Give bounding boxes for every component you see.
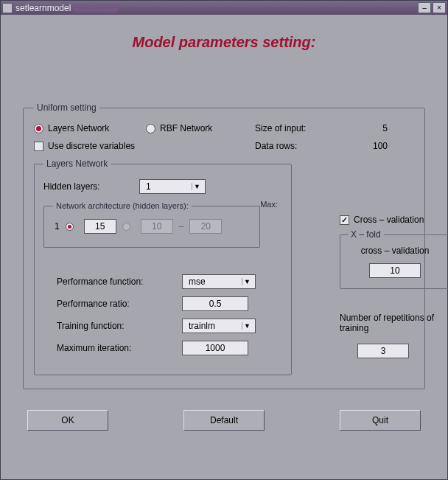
minimize-icon: – xyxy=(422,4,427,12)
content-area: Model parameters setting: Uniform settin… xyxy=(1,15,447,479)
uniform-setting-group: Uniform setting Layers Network RBF Netwo… xyxy=(23,102,425,389)
app-window: setlearnmodel – × Model parameters setti… xyxy=(0,0,448,480)
use-discrete-label: Use discrete variables xyxy=(48,141,135,151)
layers-network-label: Layers Network xyxy=(48,123,109,133)
close-button[interactable]: × xyxy=(433,2,446,13)
perf-func-value: mse xyxy=(189,276,206,287)
performance-block: Performance function: mse ▼ Performance … xyxy=(57,274,282,355)
checkbox-icon xyxy=(340,215,349,225)
arch-field-3: 20 xyxy=(189,219,222,234)
minimize-button[interactable]: – xyxy=(418,2,431,13)
cross-validation-checkbox[interactable]: Cross – validation xyxy=(340,215,448,225)
default-button[interactable]: Default xyxy=(183,410,265,431)
size-of-input-label: Size of input: xyxy=(255,123,351,133)
cross-validation-label: Cross – validation xyxy=(354,215,424,225)
repetitions-label: Number of repetitions of training xyxy=(340,313,448,333)
arch-one-label: 1 xyxy=(55,221,60,232)
max-iter-input[interactable]: 1000 xyxy=(182,341,248,355)
xfold-body-label: cross – validation xyxy=(348,246,442,256)
rbf-network-radio[interactable]: RBF Network xyxy=(146,123,240,133)
chevron-down-icon: ▼ xyxy=(242,278,252,285)
checkbox-icon xyxy=(34,142,43,151)
quit-button[interactable]: Quit xyxy=(340,410,421,431)
perf-func-select[interactable]: mse ▼ xyxy=(182,274,256,289)
rbf-network-label: RBF Network xyxy=(160,123,212,133)
hidden-layers-label: Hidden layers: xyxy=(43,181,139,192)
window-title: setlearnmodel xyxy=(15,3,71,13)
right-column: Cross – validation X – fold cross – vali… xyxy=(340,123,448,358)
train-func-label: Training function: xyxy=(57,321,182,331)
layers-network-group: Layers Network Hidden layers: 1 ▼ Networ… xyxy=(34,159,292,375)
train-func-select[interactable]: trainlm ▼ xyxy=(182,319,256,333)
arch-field-1[interactable]: 15 xyxy=(84,219,116,234)
architecture-legend: Network architecture (hidden layers): xyxy=(53,201,192,210)
use-discrete-checkbox[interactable]: Use discrete variables xyxy=(34,141,135,151)
radio-icon xyxy=(146,124,155,133)
layers-network-radio[interactable]: Layers Network xyxy=(34,123,128,133)
titlebar[interactable]: setlearnmodel – × xyxy=(1,1,447,15)
page-title: Model parameters setting: xyxy=(23,34,425,51)
uniform-legend: Uniform setting xyxy=(34,102,99,113)
xfold-input[interactable]: 10 xyxy=(369,263,421,278)
hidden-layers-select[interactable]: 1 ▼ xyxy=(139,179,206,194)
button-row: OK Default Quit xyxy=(23,410,425,431)
xfold-legend: X – fold xyxy=(348,229,384,240)
xfold-group: X – fold cross – validation 10 xyxy=(340,229,448,289)
chevron-down-icon: ▼ xyxy=(242,322,252,330)
train-func-value: trainlm xyxy=(189,321,215,331)
hidden-layers-value: 1 xyxy=(146,181,151,192)
ok-button[interactable]: OK xyxy=(27,410,108,431)
radio-icon xyxy=(34,124,43,133)
data-rows-label: Data rows: xyxy=(255,141,351,151)
close-icon: × xyxy=(437,4,441,12)
titlebar-decoration xyxy=(74,4,118,13)
arch-mode2-radio[interactable] xyxy=(122,223,130,231)
perf-func-label: Performance function: xyxy=(57,276,182,287)
layers-legend: Layers Network xyxy=(43,159,111,169)
max-iter-label: Maximum iteration: xyxy=(57,343,182,353)
app-icon xyxy=(2,3,13,13)
dash-label: – xyxy=(179,221,184,232)
chevron-down-icon: ▼ xyxy=(192,183,202,190)
architecture-group: Network architecture (hidden layers): 1 … xyxy=(43,201,260,248)
arch-field-2: 10 xyxy=(141,219,173,234)
max-label: Max: xyxy=(260,200,278,209)
arch-mode1-radio[interactable] xyxy=(66,223,74,231)
repetitions-block: Number of repetitions of training 3 xyxy=(340,313,448,358)
perf-ratio-input[interactable]: 0.5 xyxy=(182,296,248,311)
perf-ratio-label: Performance ratio: xyxy=(57,299,182,309)
repetitions-input[interactable]: 3 xyxy=(357,344,409,358)
